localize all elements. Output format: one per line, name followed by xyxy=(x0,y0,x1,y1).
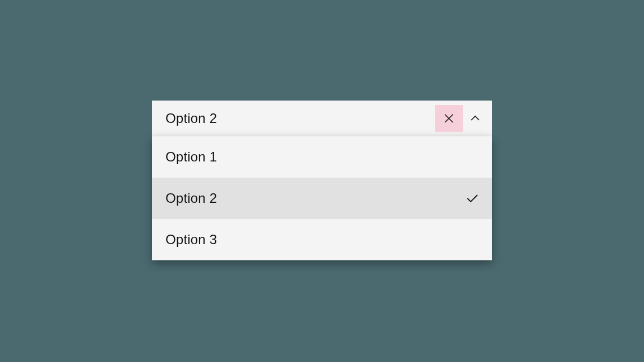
clear-selection-button[interactable] xyxy=(435,105,463,132)
dropdown: Option 2 Option 1 xyxy=(152,101,492,260)
option-label: Option 2 xyxy=(165,190,217,206)
close-icon xyxy=(443,113,454,124)
toggle-menu-button[interactable] xyxy=(463,105,487,132)
option-label: Option 1 xyxy=(165,149,217,165)
option-label: Option 3 xyxy=(165,232,217,247)
dropdown-option-1[interactable]: Option 1 xyxy=(152,136,492,178)
chevron-up-icon xyxy=(470,115,480,122)
dropdown-selected-label: Option 2 xyxy=(165,111,217,126)
dropdown-option-3[interactable]: Option 3 xyxy=(152,219,492,260)
dropdown-trigger-controls xyxy=(435,105,487,132)
dropdown-trigger[interactable]: Option 2 xyxy=(152,101,492,136)
checkmark-icon xyxy=(466,194,479,203)
dropdown-menu: Option 1 Option 2 Option 3 xyxy=(152,136,492,260)
dropdown-option-2[interactable]: Option 2 xyxy=(152,178,492,219)
